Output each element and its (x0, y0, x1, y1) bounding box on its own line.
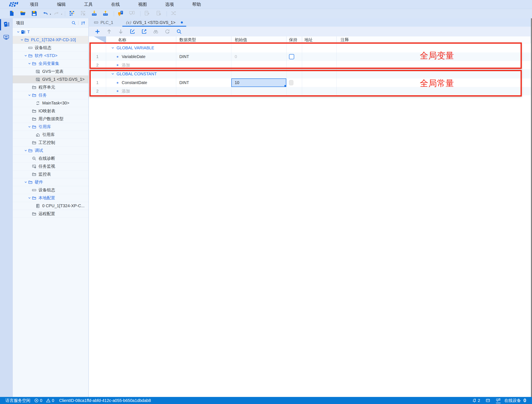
activity-item-project-explorer[interactable] (0, 18, 13, 31)
table-row[interactable]: 1ConstantDateDINT10 (89, 78, 531, 87)
tree-item[interactable]: 全局变量集 (13, 60, 89, 68)
address-cell[interactable] (302, 78, 337, 87)
chevron-down-icon[interactable] (27, 125, 32, 128)
comment-cell[interactable] (337, 87, 531, 95)
notification-bell-icon[interactable] (472, 398, 477, 403)
tree-item[interactable]: 程序单元 (13, 83, 89, 91)
dropdown-caret-icon[interactable]: ▾ (61, 13, 62, 16)
tree-item[interactable]: 硬件 (13, 178, 89, 186)
tree-item[interactable]: 在线诊断 (13, 155, 89, 163)
comment-cell[interactable] (337, 78, 531, 87)
tree-item[interactable]: 设备组态 (13, 44, 89, 52)
comment-cell[interactable] (337, 52, 531, 61)
comment-cell[interactable] (337, 61, 531, 69)
tree-item[interactable]: 软件 <STD> (13, 52, 89, 60)
initial-value-cell[interactable]: 0 (231, 52, 286, 61)
download-to-plc-button[interactable] (90, 10, 98, 18)
retain-checkbox[interactable] (289, 54, 294, 59)
menu-item-7[interactable]: 帮助 (183, 0, 210, 9)
chevron-down-icon[interactable] (27, 196, 32, 200)
tab-plc-1[interactable]: PLC_1 (90, 18, 117, 27)
dropdown-caret-icon[interactable]: ▾ (50, 13, 51, 16)
fill-handle[interactable] (285, 85, 286, 87)
tree-item[interactable]: 用户数据类型 (13, 115, 89, 123)
variable-name-cell[interactable]: VariableDate (106, 52, 176, 61)
tree-item[interactable]: 调试 (13, 147, 89, 155)
open-project-button[interactable] (19, 10, 27, 18)
datatype-cell[interactable]: DINT (176, 52, 231, 61)
menu-item-3[interactable]: 工具 (75, 0, 102, 9)
search-icon[interactable] (71, 20, 76, 26)
retain-cell[interactable] (286, 78, 302, 87)
chevron-down-icon[interactable] (27, 62, 32, 65)
undo-button[interactable]: ▾ (42, 10, 49, 18)
initial-value-cell[interactable] (231, 61, 286, 69)
tree-item[interactable]: 引用库 (13, 131, 89, 139)
column-header-2[interactable]: 数据类型 (176, 36, 231, 43)
tree-item[interactable]: PLC_1[T324-XP-CD-10] (13, 36, 89, 44)
menu-item-1[interactable]: 项目 (21, 0, 48, 9)
menu-item-4[interactable]: 在线 (102, 0, 129, 9)
chevron-down-icon[interactable] (111, 46, 114, 50)
retain-cell[interactable] (286, 61, 302, 69)
column-header-6[interactable]: 注释 (337, 36, 531, 43)
menu-item-5[interactable]: 视图 (129, 0, 156, 9)
variable-name-cell[interactable]: ConstantDate (106, 78, 176, 87)
retain-cell[interactable] (286, 52, 302, 61)
tree-item[interactable]: 工艺控制 (13, 139, 89, 147)
chevron-down-icon[interactable] (20, 38, 24, 41)
column-header-3[interactable]: 初始值 (231, 36, 286, 43)
tree-item[interactable]: 0 CPU_1[T324-XP-C... (13, 202, 89, 210)
filter-sort-icon[interactable] (80, 20, 86, 26)
datatype-cell[interactable] (176, 61, 231, 69)
initial-value-cell[interactable] (231, 87, 286, 95)
table-corner-cell[interactable] (89, 36, 106, 43)
online-device-icon[interactable] (496, 398, 500, 403)
tree-item[interactable]: 监控表 (13, 170, 89, 178)
compile-button[interactable] (68, 10, 76, 18)
tree-item[interactable]: MainTask<30> (13, 99, 89, 107)
add-row[interactable]: 2添加 (89, 87, 531, 95)
add-row[interactable]: 2添加 (89, 61, 531, 69)
tree-item[interactable]: 远程配置 (13, 210, 89, 218)
column-header-1[interactable]: 名称 (106, 36, 176, 43)
address-cell[interactable] (302, 87, 337, 95)
retain-cell[interactable] (286, 87, 302, 95)
tree-item[interactable]: 设备组态 (13, 186, 89, 194)
connect-device-button[interactable] (117, 10, 124, 18)
panel-layout-icon[interactable] (486, 398, 490, 403)
tree-item[interactable]: 本地配置 (13, 194, 89, 202)
chevron-down-icon[interactable] (24, 149, 28, 152)
tree-item[interactable]: 引用库 (13, 123, 89, 131)
chevron-down-icon[interactable] (111, 72, 114, 76)
column-header-4[interactable]: 保持 (286, 36, 302, 43)
table-row[interactable]: 1VariableDateDINT0 (89, 52, 531, 61)
chevron-down-icon[interactable] (16, 30, 20, 33)
tree-item[interactable]: GVS_1 <STD.GVS_1> (13, 76, 89, 83)
section-name-cell[interactable]: GLOBAL VARIABLE (106, 43, 176, 52)
add-variable-cell[interactable]: 添加 (106, 87, 176, 95)
save-button[interactable] (30, 10, 38, 18)
activity-item-device-network[interactable] (0, 31, 13, 44)
add-row-button[interactable] (94, 28, 101, 35)
import-button[interactable] (129, 28, 136, 35)
tree-item[interactable]: 任务监视 (13, 163, 89, 170)
section-header-row[interactable]: GLOBAL VARIABLE (89, 43, 531, 52)
chevron-down-icon[interactable] (24, 181, 28, 184)
menu-item-6[interactable]: 选项 (156, 0, 183, 9)
selected-cell[interactable]: 10 (231, 78, 286, 87)
datatype-cell[interactable] (176, 87, 231, 95)
initial-value-cell[interactable]: 10 (231, 78, 286, 87)
menu-item-2[interactable]: 编辑 (48, 0, 75, 9)
chevron-down-icon[interactable] (27, 94, 32, 97)
upload-from-plc-button[interactable] (102, 10, 109, 18)
chevron-down-icon[interactable] (24, 54, 28, 57)
tree-item[interactable]: T (13, 28, 89, 36)
tree-item[interactable]: IO映射表 (13, 107, 89, 115)
section-header-row[interactable]: GLOBAL CONSTANT (89, 69, 531, 78)
tree-item[interactable]: 任务 (13, 91, 89, 99)
new-project-button[interactable] (8, 10, 15, 18)
tab-gvs-1[interactable]: (x)GVS_1 <STD.GVS_1> (122, 18, 187, 27)
section-name-cell[interactable]: GLOBAL CONSTANT (106, 69, 176, 78)
add-variable-cell[interactable]: 添加 (106, 61, 176, 69)
